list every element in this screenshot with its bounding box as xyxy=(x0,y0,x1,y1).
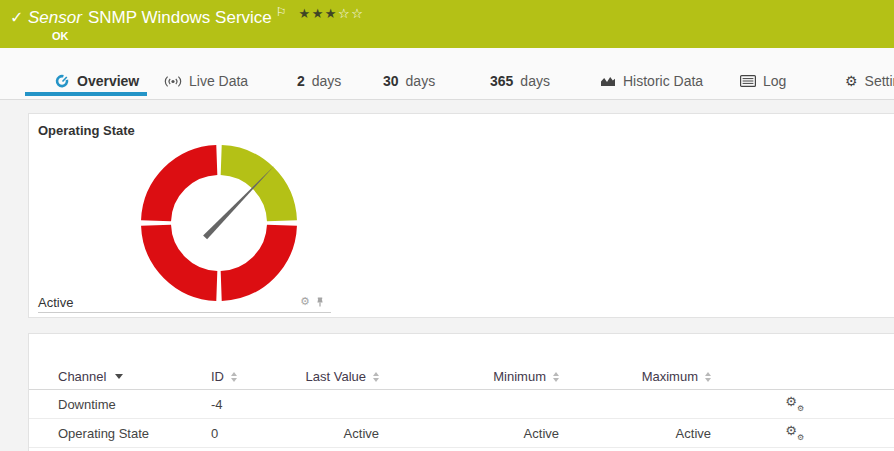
tab-30-days[interactable]: 30 days xyxy=(383,72,435,90)
table-row-downtime[interactable]: Downtime -4 ⚙ ⚙ xyxy=(29,390,894,419)
column-header-minimum[interactable]: Minimum xyxy=(379,369,559,384)
tab-log[interactable]: Log xyxy=(740,72,786,90)
sort-desc-icon xyxy=(115,374,123,379)
gauge-title: Operating State xyxy=(38,123,135,138)
column-header-last-value-label: Last Value xyxy=(306,369,366,384)
tab-overview-label: Overview xyxy=(77,73,139,89)
sensor-title-line: Sensor SNMP Windows Service ⚐ ★★★☆☆ xyxy=(28,8,364,28)
sort-icon xyxy=(705,372,711,382)
stars-filled: ★★★ xyxy=(299,6,338,21)
tab-settings[interactable]: ⚙ Settings xyxy=(845,72,894,90)
tab-2-days-number: 2 xyxy=(297,73,305,89)
tab-historic-data[interactable]: Historic Data xyxy=(600,72,703,90)
tab-settings-label: Settings xyxy=(865,73,894,89)
log-list-icon xyxy=(740,75,756,87)
gear-icon: ⚙ xyxy=(797,434,804,442)
stars-empty: ☆☆ xyxy=(338,6,364,21)
channels-table: Channel ID Last Value Minimum Maximum xyxy=(29,364,894,448)
column-header-id[interactable]: ID xyxy=(211,369,274,384)
flag-icon[interactable]: ⚐ xyxy=(276,5,287,19)
cell-id: 0 xyxy=(211,426,274,441)
page-title: SNMP Windows Service xyxy=(88,8,272,28)
column-header-channel[interactable]: Channel xyxy=(58,369,211,384)
tab-2-days[interactable]: 2 days xyxy=(297,72,341,90)
tab-live-data[interactable]: Live Data xyxy=(164,72,248,90)
tab-30-days-label: days xyxy=(406,73,436,89)
cell-last-value: Active xyxy=(274,426,379,441)
gear-icon: ⚙ xyxy=(797,405,804,413)
gauge-value-label: Active xyxy=(38,295,73,310)
cell-channel: Operating State xyxy=(58,426,211,441)
tab-historic-data-label: Historic Data xyxy=(623,73,703,89)
gauge-icon xyxy=(55,74,70,89)
column-header-id-label: ID xyxy=(211,369,224,384)
gauge-divider xyxy=(38,312,331,313)
gear-icon: ⚙ xyxy=(845,73,858,89)
broadcast-icon xyxy=(164,75,182,88)
area-chart-icon xyxy=(600,75,616,87)
gear-icon: ⚙ xyxy=(785,424,797,437)
status-badge: OK xyxy=(52,30,69,42)
column-header-last-value[interactable]: Last Value xyxy=(274,369,379,384)
tab-365-days-label: days xyxy=(520,73,550,89)
cell-channel: Downtime xyxy=(58,397,211,412)
gauge-settings-icon[interactable]: ⚙ xyxy=(300,296,310,307)
column-header-channel-label: Channel xyxy=(58,369,106,384)
cell-id: -4 xyxy=(211,397,274,412)
pin-icon[interactable] xyxy=(315,297,325,309)
column-header-maximum-label: Maximum xyxy=(642,369,698,384)
channels-panel: Channel ID Last Value Minimum Maximum xyxy=(28,333,894,451)
tab-365-days[interactable]: 365 days xyxy=(490,72,550,90)
gear-icon: ⚙ xyxy=(785,395,797,408)
operating-state-gauge xyxy=(139,143,299,303)
tab-30-days-number: 30 xyxy=(383,73,399,89)
sort-icon xyxy=(231,372,237,382)
overview-gauge-panel: Operating State Active ⚙ xyxy=(28,113,894,318)
priority-stars[interactable]: ★★★☆☆ xyxy=(299,6,365,21)
tab-log-label: Log xyxy=(763,73,786,89)
column-header-maximum[interactable]: Maximum xyxy=(559,369,711,384)
tab-365-days-number: 365 xyxy=(490,73,513,89)
object-kind-label: Sensor xyxy=(28,8,82,28)
cell-maximum: Active xyxy=(559,426,711,441)
cell-minimum: Active xyxy=(379,426,559,441)
tab-bar: Overview Live Data 2 days 30 days 365 da… xyxy=(0,48,894,100)
tab-2-days-label: days xyxy=(312,73,342,89)
table-header-row: Channel ID Last Value Minimum Maximum xyxy=(29,364,894,390)
status-check-icon: ✓ xyxy=(10,8,23,27)
sensor-header: ✓ Sensor SNMP Windows Service ⚐ ★★★☆☆ OK xyxy=(0,0,894,48)
table-row-operating-state[interactable]: Operating State 0 Active Active Active ⚙… xyxy=(29,419,894,448)
active-tab-underline xyxy=(25,92,147,96)
column-header-minimum-label: Minimum xyxy=(493,369,546,384)
tab-overview[interactable]: Overview xyxy=(55,72,139,90)
tab-live-data-label: Live Data xyxy=(189,73,248,89)
